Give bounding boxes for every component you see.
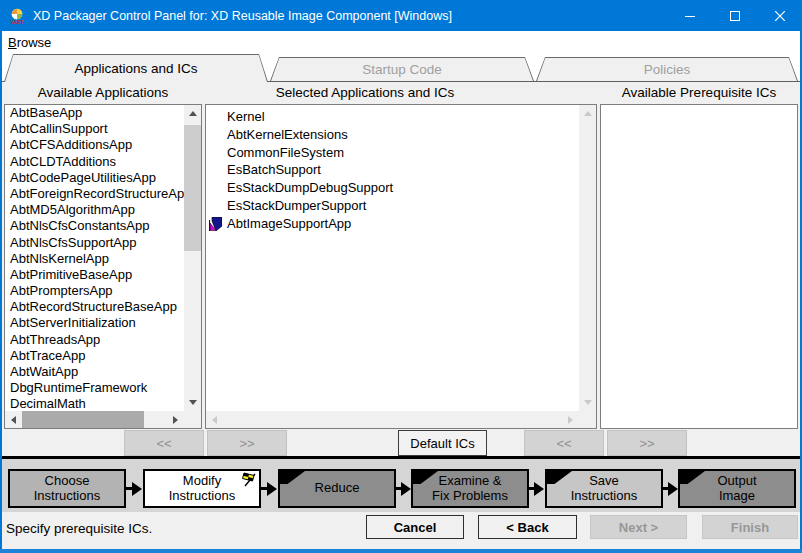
scroll-up-arrow[interactable] <box>184 105 201 122</box>
back-button[interactable]: < Back <box>478 515 577 539</box>
available-applications-listbox[interactable]: AbtBaseAppAbtCallinSupportAbtCFSAddition… <box>4 104 202 429</box>
close-button[interactable] <box>757 0 802 31</box>
close-icon <box>775 11 785 21</box>
workflow-step-output-image: Output Image <box>678 469 796 508</box>
tab-strip: Applications and ICs Startup Code Polici… <box>0 53 802 81</box>
ics-move-right-button[interactable]: >> <box>607 430 687 456</box>
workflow-arrow-icon <box>125 469 143 508</box>
selected-application-label: EsStackDumpDebugSupport <box>227 180 393 195</box>
available-application-item[interactable]: DbgRuntimeFramework <box>5 380 184 396</box>
menu-browse[interactable]: Browse <box>0 35 59 50</box>
tab-label: Startup Code <box>271 58 533 81</box>
selected-application-item[interactable]: AbtKernelExtensions <box>206 126 579 144</box>
scrollbar-corner <box>579 411 596 428</box>
scrollbar-thumb[interactable] <box>22 411 144 428</box>
finish-button[interactable]: Finish <box>702 515 798 539</box>
minimize-icon <box>685 11 695 21</box>
workflow-arrow-icon <box>260 469 278 508</box>
available-application-item[interactable]: AbtWaitApp <box>5 364 184 380</box>
available-application-item[interactable]: AbtTraceApp <box>5 348 184 364</box>
selected-application-label: AbtImageSupportApp <box>227 216 351 231</box>
selected-application-label: CommonFileSystem <box>227 145 344 160</box>
available-application-item[interactable]: AbtRecordStructureBaseApp <box>5 299 184 315</box>
step-label: Output Image <box>717 474 756 504</box>
window-title: XD Packager Control Panel for: XD Reusab… <box>33 9 452 23</box>
status-message: Specify prerequisite ICs. <box>6 521 152 536</box>
workflow-step-save-instructions: Save Instructions <box>545 469 663 508</box>
selected-application-item[interactable]: EsStackDumperSupport <box>206 197 579 215</box>
available-application-item[interactable]: AbtPromptersApp <box>5 283 184 299</box>
available-application-item[interactable]: AbtBaseApp <box>5 105 184 121</box>
app-window: VAST XD Packager Control Panel for: XD R… <box>0 0 802 553</box>
selected-application-item[interactable]: Kernel <box>206 108 579 126</box>
workflow-step-reduce: Reduce <box>278 469 396 508</box>
available-apps-vertical-scrollbar[interactable] <box>184 105 201 411</box>
minimize-button[interactable] <box>667 0 712 31</box>
default-ics-button[interactable]: Default ICs <box>398 430 487 456</box>
scroll-left-arrow[interactable] <box>5 411 22 428</box>
vast-app-icon: VAST <box>9 8 25 24</box>
tab-policies[interactable]: Policies <box>536 57 798 81</box>
scroll-down-arrow[interactable] <box>184 394 201 411</box>
selected-apps-vertical-scrollbar[interactable] <box>579 105 596 411</box>
window-border-bottom <box>0 549 802 553</box>
available-application-item[interactable]: AbtPrimitiveBaseApp <box>5 267 184 283</box>
available-application-item[interactable]: AbtCallinSupport <box>5 121 184 137</box>
selected-applications-listbox[interactable]: Kernel AbtKernelExtensions <box>205 104 597 429</box>
step-label: Choose Instructions <box>34 474 100 504</box>
menu-bar: Browse <box>0 31 802 53</box>
maximize-icon <box>730 11 740 21</box>
titlebar[interactable]: VAST XD Packager Control Panel for: XD R… <box>0 0 802 31</box>
tab-applications-and-ics[interactable]: Applications and ICs <box>4 54 268 82</box>
scrollbar-thumb[interactable] <box>184 125 201 251</box>
available-application-item[interactable]: AbtForeignRecordStructureApp <box>5 186 184 202</box>
selected-application-label: EsBatchSupport <box>227 162 321 177</box>
available-application-item[interactable]: AbtServerInitialization <box>5 315 184 331</box>
maximize-button[interactable] <box>712 0 757 31</box>
available-application-item[interactable]: AbtNlsCfsSupportApp <box>5 235 184 251</box>
available-application-item[interactable]: AbtCodePageUtilitiesApp <box>5 170 184 186</box>
scroll-down-arrow[interactable] <box>579 394 596 411</box>
selected-apps-horizontal-scrollbar[interactable] <box>206 411 579 428</box>
available-application-item[interactable]: AbtNlsCfsConstantsApp <box>5 218 184 234</box>
step-corner-fold <box>547 471 572 484</box>
tab-label: Applications and ICs <box>5 55 267 82</box>
selected-application-item[interactable]: CommonFileSystem <box>206 144 579 162</box>
workflow-arrow-icon <box>527 469 545 508</box>
available-application-item[interactable]: AbtCFSAdditionsApp <box>5 137 184 153</box>
window-border-left <box>0 31 2 553</box>
available-apps-horizontal-scrollbar[interactable] <box>5 411 184 428</box>
next-button[interactable]: Next > <box>590 515 687 539</box>
workflow-arrow-icon <box>661 469 679 508</box>
scroll-left-arrow[interactable] <box>206 411 223 428</box>
scroll-up-arrow[interactable] <box>579 105 596 122</box>
selected-application-item[interactable]: EsStackDumpDebugSupport <box>206 179 579 197</box>
cancel-button[interactable]: Cancel <box>366 515 464 539</box>
available-application-item[interactable]: AbtCLDTAdditions <box>5 154 184 170</box>
workflow-step-modify-instructions: Modify Instructions <box>143 469 261 508</box>
step-label: Save Instructions <box>571 474 637 504</box>
workflow-map: Choose Instructions Modify Instructions … <box>0 459 802 512</box>
apps-move-right-button[interactable]: >> <box>207 430 287 456</box>
ics-move-left-button[interactable]: << <box>524 430 604 456</box>
applications-tab-page: Available Applications Selected Applicat… <box>0 81 802 456</box>
selected-application-label: AbtKernelExtensions <box>227 127 348 142</box>
selected-application-item[interactable]: EsBatchSupport <box>206 161 579 179</box>
apps-move-left-button[interactable]: << <box>124 430 204 456</box>
tab-startup-code[interactable]: Startup Code <box>270 57 534 81</box>
available-application-item[interactable]: AbtThreadsApp <box>5 332 184 348</box>
selected-application-label: Kernel <box>227 109 265 124</box>
svg-text:VAST: VAST <box>11 18 24 23</box>
available-application-item[interactable]: DecimalMath <box>5 396 184 411</box>
available-prerequisite-ics-listbox[interactable] <box>600 104 798 429</box>
scroll-right-arrow[interactable] <box>562 411 579 428</box>
step-corner-fold <box>280 471 305 484</box>
application-icon <box>209 217 222 231</box>
workflow-arrow-icon <box>394 469 412 508</box>
scroll-right-arrow[interactable] <box>167 411 184 428</box>
available-application-item[interactable]: AbtNlsKernelApp <box>5 251 184 267</box>
available-application-item[interactable]: AbtMD5AlgorithmApp <box>5 202 184 218</box>
step-corner-fold <box>680 471 705 484</box>
tab-label: Policies <box>537 58 797 81</box>
selected-application-item[interactable]: AbtImageSupportApp <box>206 215 579 233</box>
